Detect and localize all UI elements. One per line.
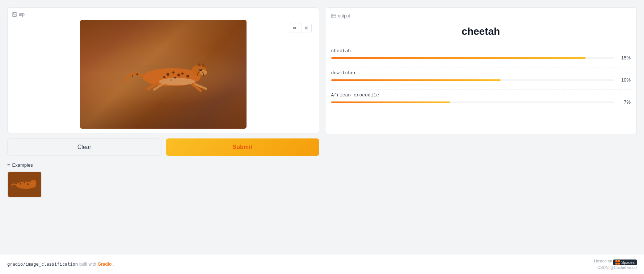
example-thumbnail[interactable] (7, 171, 42, 198)
label-percent: 10% (618, 77, 631, 83)
label-percent: 7% (618, 99, 631, 105)
footer-right: Hosted on Spaces CSDN @Cachel wood (594, 259, 637, 270)
label-row: African crocodile 7% (331, 92, 631, 105)
examples-section: ≡ Examples (7, 162, 319, 198)
label-name: cheetah (331, 48, 631, 54)
spaces-icon (615, 260, 620, 265)
footer: gradio/image_classification built with G… (0, 254, 644, 274)
svg-point-12 (177, 74, 180, 76)
edit-icon: ✏ (293, 25, 297, 31)
footer-app-name: gradio/image_classification (7, 262, 78, 267)
label-bar-fill (331, 101, 450, 103)
edit-button[interactable]: ✏ (290, 23, 300, 33)
right-panel: output cheetah cheetah 15% dowitcher 10% (325, 7, 637, 251)
svg-point-9 (201, 69, 201, 70)
label-bar-container: 7% (331, 99, 631, 105)
svg-point-11 (172, 71, 174, 74)
cheetah-photo (80, 20, 247, 129)
label-bar-track (331, 101, 614, 103)
footer-built-with: built with (79, 262, 96, 267)
label-bar-container: 10% (331, 77, 631, 83)
svg-point-15 (181, 72, 184, 75)
close-icon: ✕ (304, 25, 308, 31)
svg-point-27 (30, 180, 36, 185)
input-label: inp (12, 12, 315, 17)
label-name: African crocodile (331, 92, 631, 98)
label-bar-fill (331, 57, 586, 59)
output-label-text: output (338, 13, 350, 18)
output-label: output (331, 13, 631, 18)
svg-point-8 (199, 69, 202, 71)
footer-left: gradio/image_classification built with G… (7, 262, 114, 267)
input-card: inp (7, 7, 319, 133)
spaces-badge: Spaces (613, 260, 637, 265)
label-bar-container: 15% (331, 55, 631, 61)
output-card: output cheetah cheetah 15% dowitcher 10% (325, 7, 637, 134)
svg-point-18 (136, 74, 138, 75)
svg-point-30 (27, 183, 29, 185)
label-bar-track (331, 79, 614, 81)
footer-credit: CSDN @Cachel wood (594, 265, 637, 270)
svg-point-19 (132, 75, 133, 77)
divider (331, 89, 631, 90)
label-bar-track (331, 57, 614, 59)
close-button[interactable]: ✕ (302, 23, 312, 33)
list-icon: ≡ (7, 162, 10, 168)
svg-point-16 (186, 75, 189, 78)
clear-button[interactable]: Clear (7, 138, 161, 156)
left-panel: inp (7, 7, 319, 251)
footer-suffix: . (113, 262, 114, 267)
image-icon (12, 12, 17, 17)
label-row: dowitcher 10% (331, 70, 631, 83)
image-container: ✏ ✕ (12, 20, 315, 129)
submit-button[interactable]: Submit (166, 138, 319, 156)
output-icon (331, 13, 336, 18)
label-percent: 15% (618, 55, 631, 61)
label-name: dowitcher (331, 70, 631, 76)
label-row: cheetah 15% (331, 48, 631, 61)
hosted-on-text: Hosted on Spaces (594, 259, 637, 266)
svg-point-10 (167, 73, 169, 76)
divider (331, 67, 631, 67)
svg-point-14 (163, 76, 165, 78)
examples-label: ≡ Examples (7, 162, 319, 168)
footer-gradio-link[interactable]: Gradio (98, 262, 112, 267)
cheetah-svg (121, 49, 222, 100)
input-label-text: inp (19, 12, 25, 17)
action-buttons: Clear Submit (7, 138, 319, 156)
labels-container: cheetah 15% dowitcher 10% African crocod… (331, 48, 631, 105)
label-bar-fill (331, 79, 501, 81)
svg-rect-31 (331, 14, 336, 18)
svg-point-29 (24, 182, 25, 183)
image-actions: ✏ ✕ (290, 23, 312, 33)
example-svg (8, 172, 42, 198)
svg-point-24 (159, 78, 195, 85)
output-title: cheetah (331, 26, 631, 37)
svg-point-28 (20, 183, 21, 184)
